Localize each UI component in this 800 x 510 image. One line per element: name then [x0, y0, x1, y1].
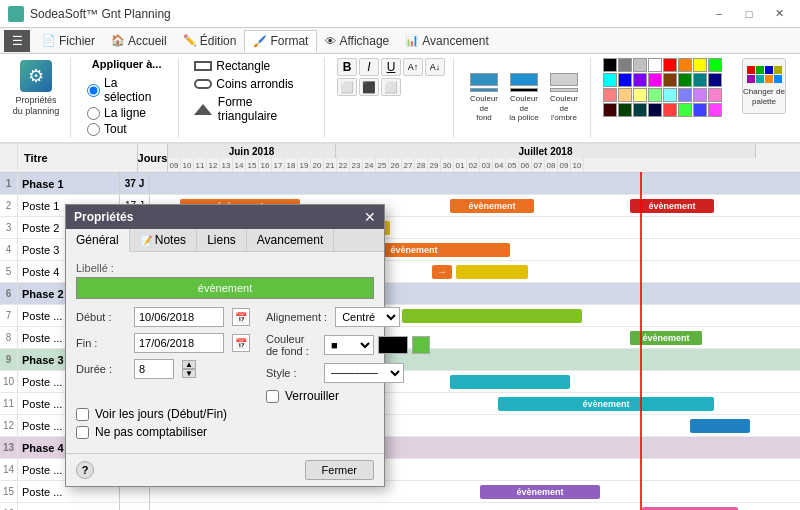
apply-line[interactable]: La ligne: [87, 106, 166, 120]
dialog-footer: ? Fermer: [66, 453, 384, 486]
fin-calendar-button[interactable]: 📅: [232, 334, 250, 352]
shape-rounded[interactable]: Coins arrondis: [191, 76, 316, 92]
fin-input[interactable]: [134, 333, 224, 353]
palette-cell[interactable]: [648, 58, 662, 72]
gantt-container: Titre Jours Juin 2018 Juillet 2018 09101…: [0, 144, 800, 510]
underline-button[interactable]: U: [381, 58, 401, 76]
ne-pas-checkbox[interactable]: [76, 426, 89, 439]
palette-cell[interactable]: [633, 58, 647, 72]
palette-cell[interactable]: [693, 103, 707, 117]
close-button[interactable]: ✕: [766, 5, 792, 23]
shape-triangle[interactable]: Forme triangulaire: [191, 94, 316, 124]
palette-cell[interactable]: [708, 58, 722, 72]
style-select[interactable]: ──────: [324, 363, 404, 383]
hamburger-menu[interactable]: ☰: [4, 30, 30, 52]
couleur-select[interactable]: ■: [324, 335, 374, 355]
duree-input[interactable]: [134, 359, 174, 379]
couleur-pick-button[interactable]: [412, 336, 430, 354]
palette-cell[interactable]: [708, 73, 722, 87]
palette-cell[interactable]: [693, 73, 707, 87]
maximize-button[interactable]: □: [736, 5, 762, 23]
apply-selection[interactable]: La sélection: [87, 76, 166, 104]
palette-cell[interactable]: [633, 88, 647, 102]
palette-cell[interactable]: [693, 58, 707, 72]
dialog-tab-notes[interactable]: 📝 Notes: [130, 229, 197, 251]
palette-cell[interactable]: [618, 73, 632, 87]
align-left-button[interactable]: ⬜: [337, 78, 357, 96]
voir-jours-row: Voir les jours (Début/Fin): [76, 407, 374, 421]
palette-cell[interactable]: [663, 103, 677, 117]
text-color-strip: [510, 88, 538, 92]
debut-calendar-button[interactable]: 📅: [232, 308, 250, 326]
menu-avancement[interactable]: 📊 Avancement: [397, 30, 497, 52]
verrouiller-checkbox[interactable]: [266, 390, 279, 403]
palette-cell[interactable]: [708, 103, 722, 117]
palette-cell[interactable]: [603, 103, 617, 117]
shape-rectangle[interactable]: Rectangle: [191, 58, 316, 74]
duree-up-button[interactable]: ▲: [182, 360, 196, 369]
palette-cell[interactable]: [618, 103, 632, 117]
triangle-icon: [194, 102, 214, 116]
palette-cell[interactable]: [678, 73, 692, 87]
palette-cell[interactable]: [663, 58, 677, 72]
apply-all[interactable]: Tout: [87, 122, 166, 136]
palette-cell[interactable]: [693, 88, 707, 102]
palette-cell[interactable]: [633, 103, 647, 117]
shadow-color-label: Couleur del'ombre: [549, 94, 579, 123]
palette-cell[interactable]: [603, 88, 617, 102]
palette-cell[interactable]: [708, 88, 722, 102]
palette-cell[interactable]: [618, 58, 632, 72]
change-palette-button[interactable]: Changer de palette: [742, 58, 786, 114]
properties-button[interactable]: ⚙ Propriétésdu planning: [10, 58, 62, 118]
palette-cell[interactable]: [678, 103, 692, 117]
minimize-button[interactable]: −: [706, 5, 732, 23]
fill-color-swatch[interactable]: Couleur defond: [466, 70, 502, 126]
date-fields: Début : 📅 Fin : 📅 Durée :: [76, 307, 250, 407]
notes-icon: 📝: [140, 235, 152, 246]
voir-jours-checkbox[interactable]: [76, 408, 89, 421]
align-center-button[interactable]: ⬛: [359, 78, 379, 96]
align-right-button[interactable]: ⬜: [381, 78, 401, 96]
apply-label: Appliquer à...: [92, 58, 162, 70]
libelle-label: Libellé :: [76, 262, 374, 274]
palette-cell[interactable]: [603, 58, 617, 72]
menu-affichage[interactable]: 👁 Affichage: [317, 30, 397, 52]
palette-cell[interactable]: [633, 73, 647, 87]
alignement-select[interactable]: Centré Gauche Droite: [335, 307, 400, 327]
dialog-close-button[interactable]: ✕: [364, 209, 376, 225]
help-button[interactable]: ?: [76, 461, 94, 479]
debut-input[interactable]: [134, 307, 224, 327]
fermer-button[interactable]: Fermer: [305, 460, 374, 480]
fill-color-strip: [470, 88, 498, 92]
libelle-input[interactable]: [76, 277, 374, 299]
dialog-tab-avancement[interactable]: Avancement: [247, 229, 335, 251]
palette-cell[interactable]: [678, 58, 692, 72]
palette-cell[interactable]: [648, 88, 662, 102]
libelle-field: Libellé :: [76, 262, 374, 299]
palette-cell[interactable]: [648, 73, 662, 87]
shadow-color-swatch[interactable]: Couleur del'ombre: [546, 70, 582, 126]
menu-format[interactable]: 🖌️ Format: [244, 30, 317, 52]
font-size-down-button[interactable]: A↓: [425, 58, 445, 76]
fill-color-label: Couleur defond: [469, 94, 499, 123]
couleur-preview: [378, 336, 408, 354]
palette-cell[interactable]: [603, 73, 617, 87]
dialog-tab-general[interactable]: Général: [66, 229, 130, 252]
text-color-swatch[interactable]: Couleur dela police: [506, 70, 542, 126]
font-size-up-button[interactable]: A↑: [403, 58, 423, 76]
palette-cell[interactable]: [618, 88, 632, 102]
avancement-tab-label: Avancement: [257, 233, 324, 247]
duree-down-button[interactable]: ▼: [182, 369, 196, 378]
menu-accueil[interactable]: 🏠 Accueil: [103, 30, 175, 52]
menu-fichier[interactable]: 📄 Fichier: [34, 30, 103, 52]
palette-cell[interactable]: [648, 103, 662, 117]
alignement-label: Alignement :: [266, 311, 327, 323]
italic-button[interactable]: I: [359, 58, 379, 76]
ribbon: ⚙ Propriétésdu planning Appliquer à... L…: [0, 54, 800, 144]
bold-button[interactable]: B: [337, 58, 357, 76]
palette-cell[interactable]: [663, 73, 677, 87]
palette-cell[interactable]: [678, 88, 692, 102]
dialog-tab-liens[interactable]: Liens: [197, 229, 247, 251]
menu-edition[interactable]: ✏️ Édition: [175, 30, 245, 52]
palette-cell[interactable]: [663, 88, 677, 102]
